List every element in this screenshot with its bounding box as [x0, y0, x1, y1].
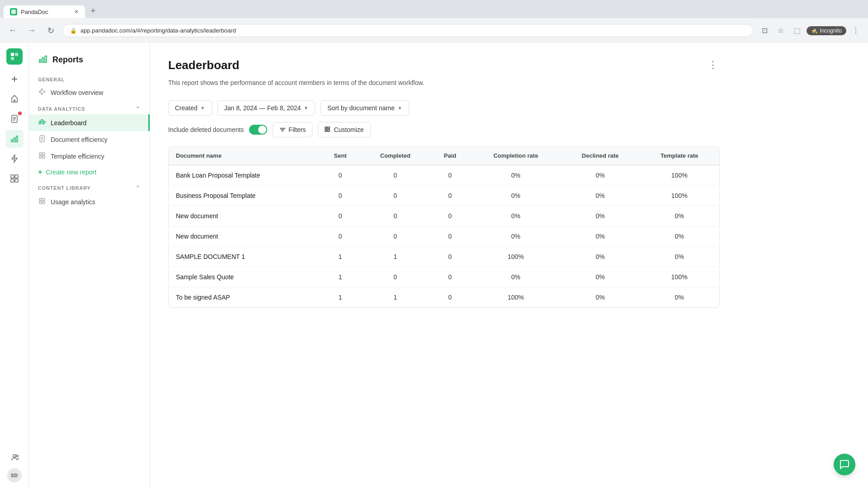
data-analytics-collapse-btn[interactable]: ⌃ [135, 105, 141, 113]
sidebar-toggle-icon[interactable]: ⬚ [790, 24, 804, 38]
svg-rect-17 [15, 179, 18, 182]
incognito-label: Incognito [820, 28, 842, 34]
general-section-label: GENERAL [29, 73, 150, 84]
svg-rect-40 [42, 156, 45, 158]
tab-favicon [10, 8, 17, 15]
table-header: Document name Sent Completed Paid Comple… [169, 147, 719, 165]
workflow-overview-label: Workflow overview [51, 89, 103, 96]
new-tab-button[interactable]: + [87, 5, 99, 17]
th-sent: Sent [320, 147, 361, 165]
cell-template-rate: 0% [639, 206, 719, 226]
cell-sent: 1 [320, 287, 361, 308]
browser-menu-icon[interactable]: ⋮ [849, 24, 863, 38]
nav-item-leaderboard[interactable]: Leaderboard [29, 114, 150, 131]
table-row: To be signed ASAP 1 1 0 100% 0% 0% [169, 287, 719, 308]
icon-sidebar-lightning[interactable] [5, 150, 24, 168]
main-inner: Leaderboard ⋮ This report shows the perf… [150, 43, 738, 323]
cell-sent: 0 [320, 206, 361, 226]
nav-header: Reports [29, 50, 150, 73]
filters-button[interactable]: Filters [273, 122, 312, 137]
app-layout: ! SD Reports GENERAL Workflow [0, 43, 868, 488]
svg-rect-12 [16, 136, 18, 142]
created-filter-btn[interactable]: Created ▼ [168, 100, 212, 116]
icon-sidebar-templates[interactable] [5, 169, 24, 188]
bookmark-icon[interactable]: ☆ [774, 24, 788, 38]
leaderboard-icon [38, 118, 46, 127]
table-row: Bank Loan Proposal Template 0 0 0 0% 0% … [169, 165, 719, 186]
icon-sidebar-reports[interactable] [5, 130, 24, 148]
chat-button[interactable] [834, 454, 855, 475]
cell-completed: 0 [361, 186, 429, 206]
main-content: Leaderboard ⋮ This report shows the perf… [150, 43, 868, 488]
svg-point-19 [16, 455, 18, 457]
sort-filter-btn[interactable]: Sort by document name ▼ [321, 100, 409, 116]
nav-item-usage-analytics[interactable]: Usage analytics [29, 193, 150, 210]
tab-close-btn[interactable]: ✕ [74, 9, 79, 15]
svg-rect-39 [39, 156, 42, 158]
th-paid: Paid [429, 147, 471, 165]
icon-sidebar-add[interactable] [5, 70, 24, 88]
table-body: Bank Loan Proposal Template 0 0 0 0% 0% … [169, 165, 719, 308]
incognito-badge: 🕵 Incognito [807, 26, 846, 35]
customize-button[interactable]: Customize [318, 122, 370, 137]
nav-item-document-efficiency[interactable]: Document efficiency [29, 131, 150, 148]
data-analytics-section-header: DATA ANALYTICS ⌃ [29, 101, 150, 114]
nav-item-template-efficiency[interactable]: Template efficiency [29, 148, 150, 164]
forward-button[interactable]: → [24, 23, 39, 38]
nav-header-title: Reports [52, 55, 83, 65]
cell-doc-name: To be signed ASAP [169, 287, 320, 308]
icon-sidebar-contacts[interactable] [5, 448, 24, 466]
back-button[interactable]: ← [5, 23, 20, 38]
created-filter-chevron: ▼ [200, 105, 205, 111]
svg-rect-0 [11, 9, 16, 14]
document-efficiency-icon [38, 135, 46, 144]
reload-button[interactable]: ↻ [43, 23, 58, 38]
cell-template-rate: 0% [639, 247, 719, 267]
cell-doc-name: Bank Loan Proposal Template [169, 165, 320, 186]
svg-rect-3 [11, 57, 14, 60]
cell-template-rate: 100% [639, 165, 719, 186]
browser-chrome: PandaDoc ✕ + ← → ↻ 🔒 app.pandadoc.com/a/… [0, 0, 868, 43]
cell-template-rate: 100% [639, 267, 719, 287]
svg-rect-48 [325, 127, 327, 129]
svg-rect-22 [45, 56, 47, 62]
svg-rect-14 [11, 175, 14, 178]
svg-rect-1 [11, 53, 14, 56]
svg-rect-37 [39, 153, 42, 155]
document-efficiency-label: Document efficiency [51, 136, 108, 143]
svg-point-24 [42, 89, 43, 90]
icon-sidebar-docs[interactable]: ! [5, 110, 24, 128]
cell-completion-rate: 100% [471, 287, 561, 308]
date-range-label: Jan 8, 2024 — Feb 8, 2024 [224, 104, 301, 112]
cell-paid: 0 [429, 186, 471, 206]
table-row: New document 0 0 0 0% 0% 0% [169, 226, 719, 247]
browser-tabs: PandaDoc ✕ + [0, 0, 868, 18]
cell-completion-rate: 100% [471, 247, 561, 267]
svg-rect-10 [11, 140, 13, 142]
active-tab[interactable]: PandaDoc ✕ [4, 5, 85, 18]
toggle-row: Include deleted documents Filters Custom… [168, 122, 720, 137]
cast-icon[interactable]: ⊡ [758, 24, 771, 38]
browser-toolbar: ← → ↻ 🔒 app.pandadoc.com/a/#/reporting/d… [0, 18, 868, 43]
cell-completed: 0 [361, 267, 429, 287]
nav-item-create-report[interactable]: + Create new report [29, 164, 150, 180]
svg-point-18 [13, 455, 16, 457]
address-bar[interactable]: 🔒 app.pandadoc.com/a/#/reporting/data-an… [62, 24, 753, 37]
usage-analytics-icon [38, 197, 46, 206]
table-row: Sample Sales Quote 1 0 0 0% 0% 100% [169, 267, 719, 287]
nav-sidebar: Reports GENERAL Workflow overview DATA A… [29, 43, 150, 488]
svg-rect-38 [42, 153, 45, 155]
cell-sent: 0 [320, 186, 361, 206]
page-description: This report shows the performance of acc… [168, 78, 439, 88]
include-deleted-label: Include deleted documents [168, 126, 244, 133]
icon-sidebar-home[interactable] [5, 90, 24, 108]
cell-sent: 1 [320, 267, 361, 287]
content-library-collapse-btn[interactable]: ⌃ [135, 184, 141, 192]
user-avatar[interactable]: SD [7, 468, 22, 483]
page-menu-button[interactable]: ⋮ [706, 57, 720, 73]
date-range-filter-btn[interactable]: Jan 8, 2024 — Feb 8, 2024 ▼ [217, 100, 316, 116]
nav-item-workflow-overview[interactable]: Workflow overview [29, 84, 150, 101]
include-deleted-toggle[interactable] [249, 125, 267, 135]
cell-declined-rate: 0% [561, 247, 640, 267]
cell-doc-name: Sample Sales Quote [169, 267, 320, 287]
